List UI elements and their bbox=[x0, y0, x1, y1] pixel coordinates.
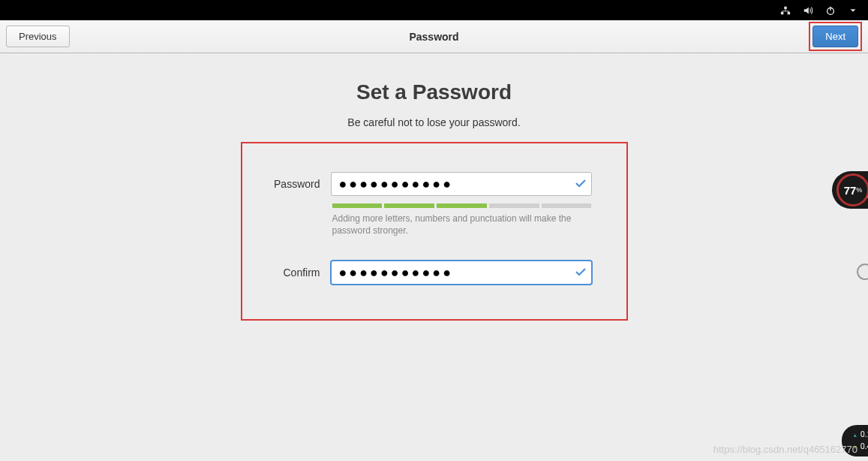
cpu-gauge: 77% CP bbox=[832, 171, 868, 209]
confirm-label: Confirm bbox=[257, 267, 320, 279]
power-icon[interactable] bbox=[824, 5, 836, 17]
content-area: Set a Password Be careful not to lose yo… bbox=[0, 53, 868, 461]
confirm-input[interactable] bbox=[331, 261, 592, 285]
strength-seg bbox=[384, 203, 434, 208]
system-top-bar bbox=[0, 0, 868, 20]
strength-meter bbox=[242, 203, 626, 208]
strength-seg bbox=[437, 203, 487, 208]
header-title: Password bbox=[409, 31, 458, 43]
strength-seg bbox=[489, 203, 539, 208]
cpu-value: 77% bbox=[836, 173, 868, 206]
password-form-highlight: Password Adding more letters, numbers an… bbox=[241, 142, 628, 321]
header-bar: Previous Password Next bbox=[0, 20, 868, 53]
password-label: Password bbox=[257, 178, 320, 190]
round-knob-icon bbox=[857, 264, 868, 280]
chevron-down-icon[interactable] bbox=[847, 5, 859, 17]
password-row: Password bbox=[242, 172, 626, 196]
confirm-row: Confirm bbox=[242, 261, 626, 285]
svg-rect-0 bbox=[781, 11, 784, 14]
next-button-highlight: Next bbox=[809, 22, 862, 51]
strength-seg bbox=[542, 203, 592, 208]
page-subtitle: Be careful not to lose your password. bbox=[0, 116, 868, 128]
volume-icon[interactable] bbox=[802, 5, 814, 17]
strength-seg bbox=[332, 203, 383, 208]
network-icon[interactable] bbox=[779, 5, 791, 17]
watermark-text: https://blog.csdn.net/q465162770 bbox=[713, 444, 857, 455]
strength-hint: Adding more letters, numbers and punctua… bbox=[242, 212, 626, 237]
check-icon bbox=[575, 177, 586, 191]
previous-button[interactable]: Previous bbox=[6, 26, 70, 47]
check-icon bbox=[575, 266, 586, 279]
svg-rect-2 bbox=[784, 6, 787, 9]
net-up: 0.1 bbox=[852, 429, 868, 441]
next-button[interactable]: Next bbox=[812, 26, 858, 47]
svg-rect-1 bbox=[788, 11, 791, 14]
password-input[interactable] bbox=[331, 172, 592, 196]
page-title: Set a Password bbox=[0, 80, 868, 104]
